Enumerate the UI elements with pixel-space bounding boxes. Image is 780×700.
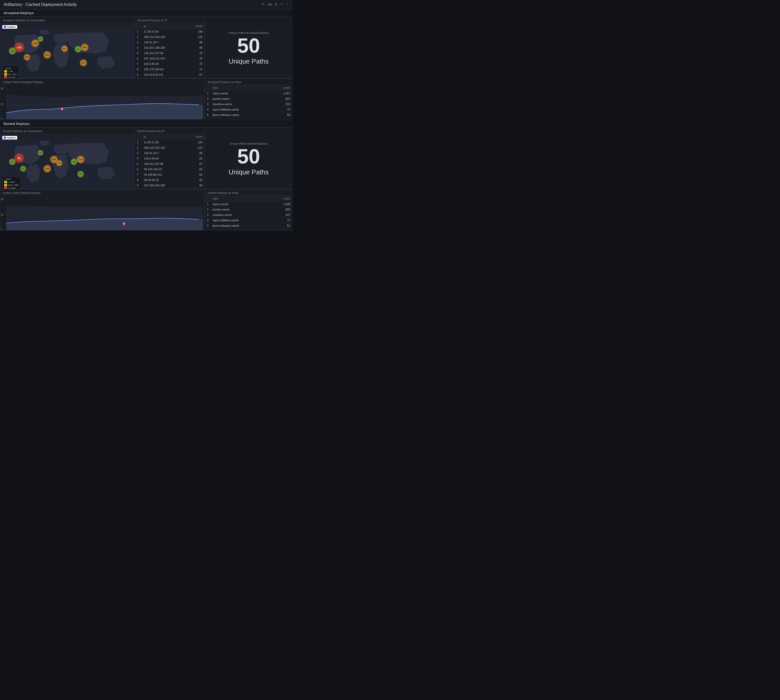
- table-row[interactable]: 111.95.8.142124: [135, 140, 204, 145]
- accepted-ip-title: Accepted Deploys by IP: [135, 17, 204, 23]
- denied-ip-panel[interactable]: Denied Deploys by IP ip count 111.95.8.1…: [134, 127, 205, 189]
- table-row[interactable]: 4repo1-fallback-cache77: [205, 218, 292, 223]
- table-row[interactable]: 6107.198.121.24376: [135, 56, 204, 61]
- table-row[interactable]: 9167.208.229.19056: [135, 183, 204, 188]
- row-num: 6: [135, 56, 142, 61]
- count-value: 823: [272, 96, 292, 102]
- table-row[interactable]: 1repo1-cache1,097: [205, 91, 292, 96]
- row-num: 9: [135, 72, 142, 77]
- accepted-unique-paths-label: Unique Paths: [229, 57, 269, 65]
- denied-dot-70[interactable]: 70: [56, 160, 62, 166]
- time-range-icon[interactable]: ⏱: [261, 3, 265, 7]
- count-value: 98: [185, 40, 204, 45]
- table-row[interactable]: 3cloudera-cache235: [205, 102, 292, 107]
- denied-dot-55[interactable]: 55: [70, 158, 77, 165]
- time-range-label[interactable]: -6h: [267, 3, 272, 7]
- heat-dot-53[interactable]: 53: [61, 45, 68, 52]
- table-row[interactable]: 4152.201.108.19888: [135, 45, 204, 50]
- denied-dot-56[interactable]: 56: [77, 171, 84, 177]
- accepted-chart-panel: Unique Paths Accepted Deploys 40 20 0 02…: [0, 78, 205, 120]
- col-ip: ip: [142, 23, 185, 29]
- heat-dot-55a[interactable]: 55: [80, 59, 87, 67]
- table-row[interactable]: 111.95.8.142149: [135, 29, 204, 34]
- table-row[interactable]: 3135.51.24.798: [135, 40, 204, 45]
- denied-dot-219[interactable]: 219: [77, 156, 84, 163]
- table-row[interactable]: 3135.51.24.799: [135, 150, 204, 156]
- count-value: 65: [185, 167, 204, 172]
- count-value: 82: [185, 156, 204, 161]
- table-row[interactable]: 3cloudera-cache237: [205, 212, 292, 218]
- heat-dot-1k[interactable]: 1.1k: [14, 42, 24, 53]
- col-count: count: [185, 134, 204, 140]
- row-num: 10: [135, 77, 142, 78]
- table-row[interactable]: 4149.5.95.4082: [135, 156, 204, 161]
- heat-dot-306[interactable]: 306: [81, 43, 89, 51]
- count-value: 114: [185, 145, 204, 150]
- table-row[interactable]: 2209.118.103.150114: [135, 145, 204, 150]
- row-num: 4: [205, 107, 210, 112]
- row-num: 4: [205, 218, 210, 223]
- denied-dot-33[interactable]: 33: [38, 150, 43, 156]
- repo-value: repo1-fallback-cache: [210, 218, 272, 223]
- heat-dot-104[interactable]: 104: [23, 54, 30, 60]
- count-value: 46: [272, 118, 292, 120]
- ip-value: 229.232.164.142: [142, 77, 185, 78]
- table-row[interactable]: 745.108.80.21264: [135, 172, 204, 177]
- header-actions: ⏱ -6h ↻ ⊤ ⋮: [261, 3, 289, 7]
- table-row[interactable]: 638.220.164.2365: [135, 167, 204, 172]
- table-row[interactable]: 6atlassian-cache46: [205, 118, 292, 120]
- denied-dot-1k[interactable]: 1k: [14, 153, 24, 163]
- ip-value: 101.215.144.207: [142, 188, 185, 189]
- denied-dot-61[interactable]: 61: [20, 166, 26, 172]
- filter-icon[interactable]: ⊤: [280, 3, 283, 7]
- table-row[interactable]: 838.34.60.2962: [135, 177, 204, 183]
- heat-dot-40b[interactable]: 40: [75, 46, 81, 53]
- ip-value: 209.118.103.150: [142, 34, 185, 40]
- count-value: 56: [185, 183, 204, 188]
- heat-dot-37[interactable]: 37: [38, 36, 43, 42]
- accepted-row1: Accepted Deploys by Geolocation: [0, 17, 292, 78]
- row-num: 5: [205, 112, 210, 118]
- count-value: 149: [185, 29, 204, 34]
- accepted-ip-panel[interactable]: Accepted Deploys by IP ip count 111.95.8…: [134, 17, 205, 78]
- svg-text:0: 0: [1, 117, 2, 120]
- table-row[interactable]: 5138.101.227.9667: [135, 161, 204, 167]
- row-num: 5: [205, 223, 210, 228]
- accepted-repo-panel[interactable]: Accepted Deploys by Repo repo count 1rep…: [205, 78, 292, 120]
- count-value: 115: [185, 34, 204, 40]
- table-row[interactable]: 5jboss-releases-cache51: [205, 223, 292, 228]
- denied-mapbox-logo: [3, 137, 6, 139]
- row-num: 3: [205, 212, 210, 218]
- table-row[interactable]: 5jboss-releases-cache59: [205, 112, 292, 118]
- table-row[interactable]: 10229.232.164.14263: [135, 77, 204, 78]
- ip-value: 38.34.60.29: [142, 177, 185, 183]
- heat-dot-298[interactable]: 298: [31, 40, 39, 47]
- table-row[interactable]: 1repo1-cache1,108: [205, 202, 292, 207]
- denied-repo-panel[interactable]: Denied Deploys by Repo repo count 1repo1…: [205, 189, 292, 230]
- accepted-geo-title: Accepted Deploys by Geolocation: [0, 17, 134, 23]
- accepted-chart-title: Unique Paths Accepted Deploys: [0, 79, 204, 85]
- table-row[interactable]: 9224.213.28.14167: [135, 72, 204, 77]
- row-num: 8: [135, 177, 142, 183]
- denied-repo-table: repo count 1repo1-cache1,1082jcenter-cac…: [205, 196, 292, 230]
- refresh-icon[interactable]: ↻: [275, 3, 277, 7]
- table-row[interactable]: 2jcenter-cache559: [205, 207, 292, 212]
- count-value: 55: [185, 188, 204, 189]
- count-value: 559: [272, 207, 292, 212]
- table-row[interactable]: 2209.118.103.150115: [135, 34, 204, 40]
- denied-ip-title: Denied Deploys by IP: [135, 128, 204, 134]
- table-row[interactable]: 7149.5.95.4073: [135, 61, 204, 67]
- heat-dot-401[interactable]: 401: [43, 51, 51, 59]
- table-row[interactable]: 2jcenter-cache823: [205, 96, 292, 102]
- table-row[interactable]: 8225.176.163.6372: [135, 67, 204, 72]
- table-row[interactable]: 4repo1-fallback-cache74: [205, 107, 292, 112]
- more-icon[interactable]: ⋮: [286, 3, 289, 7]
- count-value: 88: [185, 45, 204, 50]
- count-value: 237: [272, 212, 292, 218]
- denied-dot-334[interactable]: 334: [43, 165, 51, 173]
- count-value: 99: [185, 150, 204, 156]
- table-row[interactable]: 5138.101.227.9678: [135, 50, 204, 56]
- accepted-unique-paths-number: 50: [237, 35, 260, 56]
- table-row[interactable]: 6atlassian-cache44: [205, 228, 292, 230]
- table-row[interactable]: 10101.215.144.20755: [135, 188, 204, 189]
